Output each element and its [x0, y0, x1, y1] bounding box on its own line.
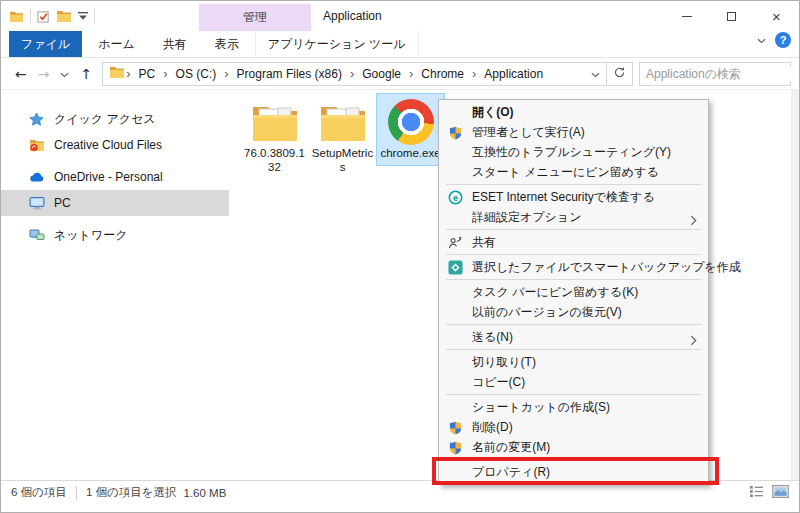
- address-dropdown-icon[interactable]: [591, 67, 600, 81]
- eset-icon: e: [448, 190, 463, 205]
- menu-item-プロパティ-r-[interactable]: プロパティ(R): [439, 462, 708, 482]
- menu-item-管理者として実行-a-[interactable]: 管理者として実行(A): [439, 122, 708, 142]
- minimize-button[interactable]: [664, 1, 709, 31]
- recent-locations-icon[interactable]: [60, 67, 69, 81]
- menu-item-ショートカットの作成-s-[interactable]: ショートカットの作成(S): [439, 397, 708, 417]
- search-box: [639, 62, 791, 86]
- maximize-button[interactable]: [709, 1, 754, 31]
- minimize-icon: [682, 16, 692, 17]
- file-tiles: 76.0.3809.132SetupMetricschrome.exe: [241, 94, 445, 179]
- checkbox-icon[interactable]: [37, 10, 50, 23]
- close-icon: ×: [772, 9, 781, 24]
- menu-separator: [446, 394, 701, 395]
- search-input[interactable]: [640, 67, 800, 81]
- breadcrumb-item[interactable]: Application: [477, 67, 550, 81]
- uac-shield-icon: [449, 421, 462, 435]
- menu-item-eset-internet-securityで検査する[interactable]: eESET Internet Securityで検査する: [439, 187, 708, 207]
- breadcrumb[interactable]: ›PC›OS (C:)›Program Files (x86)›Google›C…: [102, 62, 607, 86]
- sidebar-item-pc[interactable]: PC: [1, 190, 229, 216]
- smart-backup-icon: [448, 260, 463, 275]
- breadcrumb-items: ›PC›OS (C:)›Program Files (x86)›Google›C…: [125, 66, 550, 81]
- tab-file[interactable]: ファイル: [9, 31, 82, 57]
- chevron-down-icon: [757, 38, 766, 44]
- vertical-scrollbar[interactable]: [791, 90, 799, 480]
- menu-item-label: 管理者として実行(A): [472, 125, 585, 139]
- menu-separator: [446, 229, 701, 230]
- breadcrumb-item[interactable]: Program Files (x86): [230, 67, 349, 81]
- file-name: 76.0.3809.132: [242, 147, 307, 175]
- details-view-icon[interactable]: [749, 485, 764, 500]
- menu-item-スタート-メニューにピン留めする[interactable]: スタート メニューにピン留めする: [439, 162, 708, 182]
- creative-cloud-icon: [29, 138, 45, 152]
- breadcrumb-item[interactable]: PC: [132, 67, 163, 81]
- chrome-icon: [388, 99, 434, 145]
- window-controls: ×: [664, 1, 799, 31]
- menu-item-名前の変更-m-[interactable]: 名前の変更(M): [439, 437, 708, 457]
- chevron-down-icon: [60, 72, 69, 78]
- breadcrumb-item[interactable]: Google: [355, 67, 408, 81]
- folder-small-icon[interactable]: [56, 9, 72, 23]
- close-button[interactable]: ×: [754, 1, 799, 31]
- submenu-arrow-icon: [690, 212, 697, 232]
- refresh-icon: [613, 66, 626, 79]
- refresh-button[interactable]: [607, 62, 633, 86]
- navigation-pane: クイック アクセスCreative Cloud FilesOneDrive - …: [1, 90, 229, 480]
- menu-item-送る-n-[interactable]: 送る(N): [439, 327, 708, 347]
- toolbar-separator: [94, 9, 95, 23]
- large-icons-view-icon[interactable]: [772, 485, 789, 500]
- tab-2[interactable]: 共有: [151, 31, 199, 57]
- pc-monitor-icon: [29, 196, 45, 210]
- menu-item-共有[interactable]: 共有: [439, 232, 708, 252]
- forward-button[interactable]: →: [38, 66, 50, 82]
- breadcrumb-item[interactable]: Chrome: [414, 67, 471, 81]
- tab-4[interactable]: アプリケーション ツール: [255, 31, 419, 57]
- items-count: 6 個の項目: [11, 485, 67, 500]
- manage-contextual-tab-header[interactable]: 管理: [199, 4, 311, 31]
- menu-item-label: 開く(O): [472, 105, 514, 119]
- file-name: chrome.exe: [378, 147, 443, 161]
- view-toggles: [749, 485, 789, 500]
- window-title: Application: [323, 9, 382, 23]
- explorer-folder-icon[interactable]: [9, 10, 24, 23]
- sidebar-item-ネットワーク[interactable]: ネットワーク: [1, 222, 229, 248]
- menu-item-以前のバージョンの復元-v-[interactable]: 以前のバージョンの復元(V): [439, 302, 708, 322]
- quick-access-toolbar: [9, 1, 95, 31]
- menu-item-コピー-c-[interactable]: コピー(C): [439, 372, 708, 392]
- menu-item-label: 削除(D): [472, 420, 513, 434]
- menu-item-切り取り-t-[interactable]: 切り取り(T): [439, 352, 708, 372]
- tab-3[interactable]: 表示: [203, 31, 251, 57]
- menu-separator: [446, 459, 701, 460]
- menu-item-label: ショートカットの作成(S): [472, 400, 610, 414]
- menu-item-label: ESET Internet Securityで検査する: [472, 190, 655, 204]
- chevron-down-icon: [591, 72, 600, 78]
- selection-count: 1 個の項目を選択: [86, 485, 177, 500]
- help-icon[interactable]: ?: [775, 32, 791, 48]
- sidebar-item-onedrive---personal[interactable]: OneDrive - Personal: [1, 164, 229, 190]
- file-name: SetupMetrics: [310, 147, 375, 175]
- menu-item-選択したファイルでスマートバックアップを作成[interactable]: 選択したファイルでスマートバックアップを作成: [439, 257, 708, 277]
- expand-ribbon-icon[interactable]: [757, 33, 766, 47]
- folder-icon: [251, 102, 299, 142]
- toolbar-separator: [30, 9, 31, 23]
- sidebar-item-creative-cloud-files[interactable]: Creative Cloud Files: [1, 132, 229, 158]
- menu-item-タスク-バーにピン留めする-k-[interactable]: タスク バーにピン留めする(K): [439, 282, 708, 302]
- menu-item-label: 詳細設定オプション: [472, 210, 581, 224]
- back-button[interactable]: ←: [15, 66, 27, 82]
- tab-1[interactable]: ホーム: [86, 31, 147, 57]
- customize-toolbar-icon[interactable]: [78, 12, 88, 21]
- file-tile-chrome-exe[interactable]: chrome.exe: [377, 94, 444, 165]
- file-tile-SetupMetrics[interactable]: SetupMetrics: [309, 94, 376, 179]
- sidebar-item-クイック-アクセス[interactable]: クイック アクセス: [1, 106, 229, 132]
- menu-item-詳細設定オプション[interactable]: 詳細設定オプション: [439, 207, 708, 227]
- menu-item-互換性のトラブルシューティング-y-[interactable]: 互換性のトラブルシューティング(Y): [439, 142, 708, 162]
- sidebar-item-label: OneDrive - Personal: [54, 170, 163, 184]
- file-tile-76-0-3809-132[interactable]: 76.0.3809.132: [241, 94, 308, 179]
- up-button[interactable]: ↑: [80, 66, 92, 82]
- menu-item-削除-d-[interactable]: 削除(D): [439, 417, 708, 437]
- ribbon-tab-row: ファイルホーム共有表示アプリケーション ツール: [1, 31, 799, 57]
- menu-item-開く-o-[interactable]: 開く(O): [439, 102, 708, 122]
- folder-small-icon: [109, 65, 125, 79]
- title-bar: 管理 Application ×: [1, 1, 799, 31]
- menu-item-label: 切り取り(T): [472, 355, 536, 369]
- breadcrumb-item[interactable]: OS (C:): [169, 67, 224, 81]
